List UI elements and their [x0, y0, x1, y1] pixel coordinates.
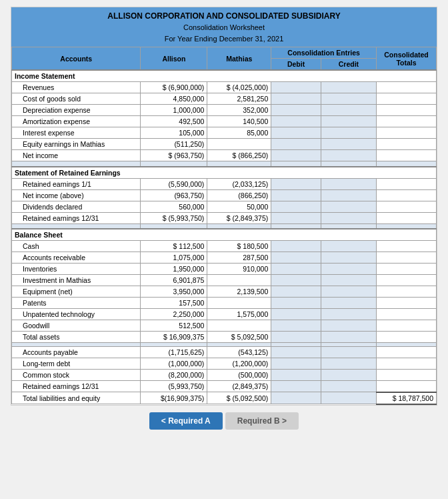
credit-input[interactable] [321, 212, 376, 223]
row-label: Inventories [12, 264, 141, 275]
mathias-value: (2,033,125) [207, 178, 271, 189]
debit-input[interactable] [271, 93, 321, 105]
debit-input[interactable] [271, 332, 321, 343]
credit-input[interactable] [321, 320, 376, 332]
credit-input[interactable] [321, 93, 376, 105]
row-label: Retained earnings 12/31 [12, 212, 141, 223]
mathias-value: 910,000 [207, 264, 271, 275]
credit-input[interactable] [321, 370, 376, 381]
allison-value: $ (963,750) [141, 150, 207, 161]
consolidated-total [377, 370, 437, 381]
allison-value: $(16,909,375) [141, 392, 207, 404]
debit-input[interactable] [271, 105, 321, 116]
debit-input[interactable] [271, 82, 321, 93]
credit-input[interactable] [321, 275, 376, 286]
credit-input[interactable] [321, 309, 376, 320]
debit-input[interactable] [271, 320, 321, 332]
debit-input[interactable] [271, 252, 321, 264]
debit-input[interactable] [271, 150, 321, 161]
table-row: Total assets$ 16,909,375$ 5,092,500 [12, 332, 437, 343]
credit-input[interactable] [321, 127, 376, 139]
credit-input[interactable] [321, 116, 376, 127]
worksheet-container: ALLISON CORPORATION AND CONSOLIDATED SUB… [11, 7, 437, 406]
allison-value: 6,901,875 [141, 275, 207, 286]
debit-input[interactable] [271, 139, 321, 150]
debit-input[interactable] [271, 286, 321, 298]
credit-input[interactable] [321, 139, 376, 150]
credit-input[interactable] [321, 178, 376, 189]
table-row: Net income (above)(963,750)(866,250) [12, 189, 437, 201]
debit-input[interactable] [271, 189, 321, 201]
header-title: ALLISON CORPORATION AND CONSOLIDATED SUB… [13, 10, 435, 22]
allison-value: $ 112,500 [141, 241, 207, 252]
allison-value: 105,000 [141, 127, 207, 139]
credit-input[interactable] [321, 347, 376, 358]
debit-input[interactable] [271, 298, 321, 309]
table-row: Investment in Mathias6,901,875 [12, 275, 437, 286]
row-label: Equipment (net) [12, 286, 141, 298]
consolidated-total [377, 178, 437, 189]
worksheet-header: ALLISON CORPORATION AND CONSOLIDATED SUB… [11, 7, 437, 47]
mathias-value: $ (5,092,500) [207, 392, 271, 404]
debit-input[interactable] [271, 201, 321, 212]
table-row: Retained earnings 1/1(5,590,000)(2,033,1… [12, 178, 437, 189]
row-label: Cost of goods sold [12, 93, 141, 105]
debit-input[interactable] [271, 309, 321, 320]
table-row: Goodwill512,500 [12, 320, 437, 332]
debit-input[interactable] [271, 212, 321, 223]
credit-input[interactable] [321, 392, 376, 404]
consolidated-total [377, 82, 437, 93]
credit-input[interactable] [321, 105, 376, 116]
mathias-value: $ (2,849,375) [207, 212, 271, 223]
debit-input[interactable] [271, 178, 321, 189]
debit-input[interactable] [271, 116, 321, 127]
credit-input[interactable] [321, 82, 376, 93]
credit-input[interactable] [321, 150, 376, 161]
credit-input[interactable] [321, 264, 376, 275]
credit-input[interactable] [321, 201, 376, 212]
allison-value: (963,750) [141, 189, 207, 201]
table-row: Inventories1,950,000910,000 [12, 264, 437, 275]
mathias-value: $ (4,025,000) [207, 82, 271, 93]
debit-input[interactable] [271, 392, 321, 404]
table-row: Dividends declared560,00050,000 [12, 201, 437, 212]
row-label: Dividends declared [12, 201, 141, 212]
mathias-value [207, 139, 271, 150]
section-title-2: Balance Sheet [12, 229, 437, 241]
debit-input[interactable] [271, 381, 321, 392]
consolidation-table: Accounts Allison Mathias Consolidation E… [11, 47, 437, 405]
credit-input[interactable] [321, 241, 376, 252]
credit-input[interactable] [321, 252, 376, 264]
row-label: Long-term debt [12, 358, 141, 370]
mathias-value [207, 275, 271, 286]
table-row: Common stock(8,200,000)(500,000) [12, 370, 437, 381]
mathias-value: 2,139,500 [207, 286, 271, 298]
allison-value: (511,250) [141, 139, 207, 150]
debit-input[interactable] [271, 347, 321, 358]
consolidated-total: $ 18,787,500 [377, 392, 437, 404]
credit-input[interactable] [321, 298, 376, 309]
table-row: Long-term debt(1,000,000)(1,200,000) [12, 358, 437, 370]
allison-value: $ (5,993,750) [141, 212, 207, 223]
debit-input[interactable] [271, 264, 321, 275]
mathias-value: $ (866,250) [207, 150, 271, 161]
credit-input[interactable] [321, 381, 376, 392]
debit-input[interactable] [271, 370, 321, 381]
required-b-button[interactable]: Required B > [225, 412, 299, 430]
credit-input[interactable] [321, 286, 376, 298]
row-label: Investment in Mathias [12, 275, 141, 286]
allison-value: 1,000,000 [141, 105, 207, 116]
credit-input[interactable] [321, 189, 376, 201]
consolidated-total [377, 309, 437, 320]
required-a-button[interactable]: < Required A [149, 412, 223, 430]
credit-input[interactable] [321, 332, 376, 343]
debit-input[interactable] [271, 127, 321, 139]
debit-input[interactable] [271, 275, 321, 286]
debit-input[interactable] [271, 241, 321, 252]
row-label: Goodwill [12, 320, 141, 332]
credit-input[interactable] [321, 358, 376, 370]
consolidated-total [377, 105, 437, 116]
mathias-value: 1,575,000 [207, 309, 271, 320]
debit-input[interactable] [271, 358, 321, 370]
table-row: Depreciation expense1,000,000352,000 [12, 105, 437, 116]
